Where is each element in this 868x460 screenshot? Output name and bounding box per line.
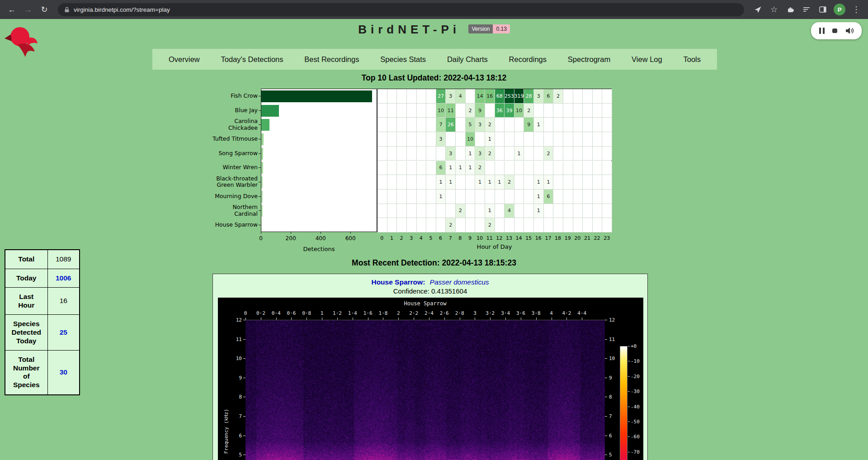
heatmap-cell: 27 bbox=[436, 89, 446, 104]
axis-tick-mark bbox=[605, 339, 607, 340]
axis-tick-mark bbox=[605, 358, 607, 359]
detections-bar bbox=[261, 191, 263, 203]
forward-button[interactable]: → bbox=[21, 2, 35, 17]
heatmap-cell bbox=[387, 118, 397, 132]
heatmap-cell bbox=[505, 118, 514, 132]
heatmap-cell bbox=[495, 132, 505, 147]
heatmap-cell bbox=[446, 190, 456, 204]
heatmap-cell bbox=[593, 204, 603, 218]
heatmap-cell: 1 bbox=[485, 204, 495, 218]
stat-value[interactable]: 25 bbox=[47, 315, 80, 351]
time-tick-label: 1 bbox=[321, 311, 324, 316]
heatmap-cell bbox=[524, 175, 534, 190]
heatmap-cell bbox=[553, 104, 563, 118]
heatmap-cell bbox=[602, 132, 612, 147]
heatmap-cell bbox=[495, 147, 505, 161]
y-tick-mark bbox=[259, 210, 261, 211]
stat-value: 16 bbox=[47, 288, 80, 315]
heatmap-cell: 36 bbox=[495, 104, 505, 118]
species-common-name[interactable]: House Sparrow: bbox=[371, 278, 425, 286]
time-tick-label: 1·8 bbox=[379, 311, 388, 316]
hour-tick-label: 7 bbox=[449, 235, 452, 241]
freq-tick-label-right: 6 bbox=[609, 433, 612, 438]
axis-tick-mark bbox=[582, 318, 582, 320]
heatmap-cell bbox=[377, 147, 387, 161]
media-seek-handle[interactable] bbox=[832, 28, 837, 33]
heatmap-cell: 4 bbox=[456, 89, 466, 104]
heatmap-cell bbox=[485, 104, 495, 118]
heatmap-cell bbox=[583, 204, 593, 218]
hour-tick-label: 19 bbox=[565, 235, 571, 241]
heatmap-cell bbox=[583, 132, 593, 147]
axis-tick-mark bbox=[337, 318, 338, 320]
heatmap-cell bbox=[407, 132, 417, 147]
heatmap-cell bbox=[456, 147, 466, 161]
address-bar[interactable]: virginia.birdnetpi.com/?stream=play bbox=[58, 3, 744, 16]
heatmap-cell bbox=[514, 118, 524, 132]
time-tick-label: 2 bbox=[397, 311, 400, 316]
heatmap-cell bbox=[446, 204, 456, 218]
axis-tick-mark bbox=[475, 318, 475, 320]
heatmap-cell bbox=[563, 132, 573, 147]
heatmap-cell bbox=[407, 204, 417, 218]
heatmap-cell: 319 bbox=[514, 89, 524, 104]
heatmap-cell bbox=[407, 218, 417, 232]
reload-button[interactable]: ↻ bbox=[37, 2, 52, 17]
volume-icon[interactable] bbox=[845, 27, 854, 34]
heatmap-cell: 6 bbox=[544, 89, 554, 104]
reading-list-icon[interactable] bbox=[799, 2, 814, 17]
y-tick-mark bbox=[259, 182, 261, 182]
axis-tick-mark bbox=[414, 318, 414, 320]
axis-tick-mark bbox=[628, 391, 630, 392]
axis-tick-mark bbox=[243, 436, 245, 436]
heatmap-cell bbox=[387, 204, 397, 218]
heatmap-cell: 1 bbox=[544, 175, 554, 190]
menu-dots-icon[interactable]: ⋮ bbox=[849, 2, 863, 17]
heatmap-cell bbox=[426, 89, 436, 104]
heatmap-cell bbox=[456, 190, 466, 204]
profile-avatar[interactable]: P bbox=[834, 4, 845, 15]
time-tick-label: 2·6 bbox=[440, 311, 449, 316]
heatmap-cell bbox=[407, 89, 417, 104]
axis-tick-mark bbox=[605, 436, 607, 436]
heatmap-cell: 2 bbox=[553, 89, 563, 104]
heatmap-cell bbox=[377, 104, 387, 118]
time-tick-label: 3·4 bbox=[501, 311, 510, 316]
heatmap-cell: 1 bbox=[514, 147, 524, 161]
heatmap-cell bbox=[583, 104, 593, 118]
detections-bar bbox=[261, 176, 263, 188]
back-button[interactable]: ← bbox=[5, 2, 19, 17]
y-tick-mark bbox=[259, 110, 261, 111]
stat-value[interactable]: 1006 bbox=[47, 269, 80, 288]
species-tick-label: Tufted Titmouse bbox=[185, 136, 258, 142]
heatmap-cell bbox=[563, 175, 573, 190]
y-tick-mark bbox=[259, 139, 261, 139]
time-tick-label: 1·6 bbox=[363, 311, 373, 316]
bookmark-star-icon[interactable]: ☆ bbox=[767, 2, 781, 17]
heatmap-cell bbox=[563, 204, 573, 218]
heatmap-cell bbox=[377, 89, 387, 104]
heatmap-cell bbox=[573, 175, 583, 190]
heatmap-cell bbox=[505, 132, 514, 147]
confidence-text: Confidence: 0.41351604 bbox=[213, 287, 647, 295]
heatmap-cell bbox=[602, 175, 612, 190]
hour-tick-label: 12 bbox=[496, 235, 502, 241]
heatmap-cell bbox=[534, 161, 544, 175]
side-panel-icon[interactable] bbox=[816, 2, 830, 17]
heatmap-cell: 5 bbox=[466, 118, 476, 132]
axis-tick-mark bbox=[628, 452, 630, 452]
heatmap-cell bbox=[377, 204, 387, 218]
heatmap-cell: 1 bbox=[534, 118, 544, 132]
hour-tick-label: 2 bbox=[400, 235, 403, 241]
heatmap-cell: 2 bbox=[485, 118, 495, 132]
stat-value[interactable]: 30 bbox=[47, 351, 80, 395]
heatmap-cell bbox=[544, 218, 554, 232]
share-icon[interactable] bbox=[750, 2, 765, 17]
axis-tick-mark bbox=[628, 436, 630, 437]
heatmap-cell bbox=[534, 104, 544, 118]
heatmap-cell bbox=[397, 118, 407, 132]
extensions-puzzle-icon[interactable] bbox=[783, 2, 797, 17]
pause-button[interactable] bbox=[819, 28, 825, 34]
axis-tick-mark bbox=[276, 318, 277, 320]
heatmap-cell bbox=[544, 204, 554, 218]
